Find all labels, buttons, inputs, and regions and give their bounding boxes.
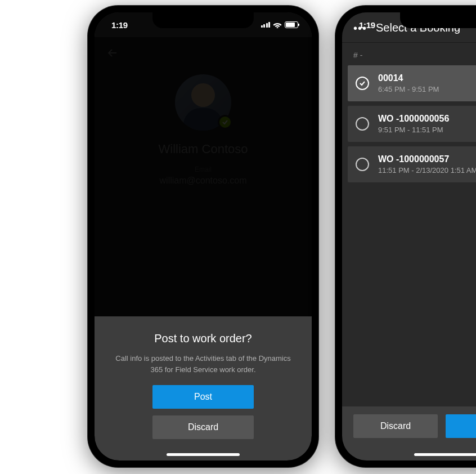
booking-selector: ••• Select a Booking # - 00014 6:45 PM -… (342, 12, 476, 460)
booking-time: 6:45 PM - 9:51 PM (378, 85, 476, 93)
booking-footer: Discard OK (342, 406, 476, 460)
home-indicator[interactable] (167, 453, 240, 456)
battery-icon (285, 21, 298, 28)
booking-item[interactable]: WO -1000000057 11:51 PM - 2/13/2020 1:51… (348, 146, 476, 182)
post-button[interactable]: Post (152, 385, 254, 409)
discard-button[interactable]: Discard (353, 414, 438, 438)
ok-button[interactable]: OK (446, 414, 476, 438)
booking-time: 11:51 PM - 2/13/2020 1:51 AM (378, 166, 476, 175)
booking-name: WO -1000000056 (378, 114, 476, 124)
radio-unselected-icon[interactable] (356, 158, 369, 171)
status-time: 1:19 (359, 20, 375, 30)
booking-name: 00014 (378, 73, 476, 83)
post-sheet: Post to work order? Call info is posted … (95, 316, 312, 460)
status-time: 1:19 (111, 20, 128, 30)
booking-list: 00014 6:45 PM - 9:51 PM WO -1000000056 9… (342, 65, 476, 182)
booking-item[interactable]: WO -1000000056 9:51 PM - 11:51 PM (348, 106, 476, 142)
discard-button[interactable]: Discard (152, 415, 254, 439)
notch (152, 12, 254, 28)
phone-right: 1:19 ••• Select a Booking # - 00014 (335, 6, 476, 467)
screen-right: 1:19 ••• Select a Booking # - 00014 (342, 12, 476, 460)
contact-screen-dimmed: William Contoso Email william@contoso.co… (95, 12, 312, 460)
home-indicator[interactable] (414, 453, 476, 456)
phone-left: 1:19 (88, 6, 318, 467)
sheet-description: Call info is posted to the Activities ta… (106, 353, 300, 375)
radio-selected-icon[interactable] (356, 77, 369, 90)
screen-left: 1:19 (95, 12, 312, 460)
wifi-icon (273, 21, 282, 28)
sheet-title: Post to work order? (106, 332, 300, 345)
booking-item[interactable]: 00014 6:45 PM - 9:51 PM (348, 65, 476, 101)
notch (400, 12, 476, 28)
booking-name: WO -1000000057 (378, 154, 476, 164)
status-icons (261, 21, 299, 28)
cellular-signal-icon (261, 22, 271, 28)
radio-unselected-icon[interactable] (356, 117, 369, 131)
section-label: # - (342, 43, 476, 65)
booking-time: 9:51 PM - 11:51 PM (378, 126, 476, 134)
